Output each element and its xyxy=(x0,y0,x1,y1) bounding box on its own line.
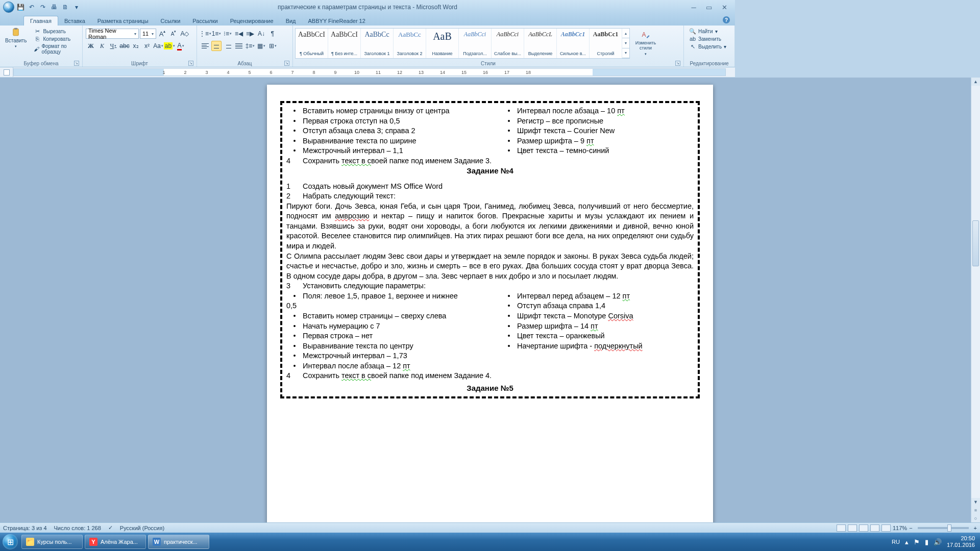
show-marks-button[interactable]: ¶ xyxy=(267,29,278,39)
change-styles-icon: A xyxy=(641,31,650,40)
group-clipboard-label: Буфер обмена xyxy=(24,61,59,66)
bullets-button[interactable]: ⋮≡ xyxy=(200,29,210,39)
qat-more-icon[interactable]: ▾ xyxy=(71,2,82,12)
grow-font-button[interactable]: A▴ xyxy=(157,29,167,39)
ruler-toggle[interactable] xyxy=(0,67,13,77)
style-no-spacing[interactable]: AaBbCcI¶ Без инте... xyxy=(328,29,361,58)
list-item: Первая строка отступ на 0,5 xyxy=(286,116,501,127)
tab-review[interactable]: Рецензирование xyxy=(224,16,280,26)
style-heading2[interactable]: AaBbCcЗаголовок 2 xyxy=(394,29,426,58)
subscript-button[interactable]: x₂ xyxy=(131,41,141,51)
style-normal[interactable]: AaBbCcI¶ Обычный xyxy=(296,29,328,58)
style-title[interactable]: AaBНазвание xyxy=(426,29,459,58)
style-subtitle[interactable]: AaBbCciПодзагол... xyxy=(459,29,492,58)
list-item: Начертание шрифта - подчеркнутый xyxy=(501,341,694,352)
indent-dec-button[interactable]: ≡◀ xyxy=(234,29,244,39)
multilevel-button[interactable]: ⁝≡ xyxy=(223,29,233,39)
superscript-button[interactable]: x² xyxy=(142,41,152,51)
paste-button[interactable]: Вставить ▾ xyxy=(2,27,30,49)
undo-icon[interactable]: ↶ xyxy=(27,2,37,12)
underline-button[interactable]: Ч xyxy=(108,41,118,51)
clipboard-launcher[interactable]: ↘ xyxy=(74,61,79,66)
quick-print-icon[interactable]: 🖶 xyxy=(49,2,59,12)
tab-page-layout[interactable]: Разметка страницы xyxy=(91,16,155,26)
help-icon[interactable]: ? xyxy=(723,16,730,23)
list-item: Регистр – все прописные xyxy=(501,116,694,127)
group-font-label: Шрифт xyxy=(131,61,148,66)
tab-references[interactable]: Ссылки xyxy=(155,16,187,26)
shrink-font-button[interactable]: A▾ xyxy=(168,29,179,39)
list-item: Интервал перед абзацем – 12 пт xyxy=(501,291,694,302)
style-intense[interactable]: AaBbCc1Сильное в... xyxy=(557,29,590,58)
sort-button[interactable]: A↓ xyxy=(256,29,266,39)
align-justify-button[interactable] xyxy=(234,41,244,51)
find-button[interactable]: 🔍Найти ▾ xyxy=(688,28,727,35)
font-name-combo[interactable]: Times New Roman▾ xyxy=(86,29,139,39)
line-spacing-button[interactable]: ‡≡ xyxy=(245,41,255,51)
list-item: Отступ абзаца справа 1,4 xyxy=(501,301,694,311)
tab-mailings[interactable]: Рассылки xyxy=(186,16,224,26)
minimize-button[interactable]: ─ xyxy=(688,3,699,11)
change-styles-button[interactable]: A Изменить стили▾ xyxy=(631,30,660,57)
replace-button[interactable]: abЗаменить xyxy=(688,35,727,42)
tab-view[interactable]: Вид xyxy=(280,16,302,26)
tab-abbyy[interactable]: ABBYY FineReader 12 xyxy=(302,16,372,26)
style-heading1[interactable]: AaBbCcЗаголовок 1 xyxy=(361,29,394,58)
maximize-button[interactable]: ▭ xyxy=(703,3,715,11)
align-center-button[interactable] xyxy=(211,41,222,51)
font-launcher[interactable]: ↘ xyxy=(188,61,193,66)
paragraph-launcher[interactable]: ↘ xyxy=(284,61,289,66)
change-case-button[interactable]: Aa xyxy=(153,41,163,51)
italic-button[interactable]: К xyxy=(97,41,107,51)
ruler-ticks: 123456789101112131415161718 xyxy=(14,69,725,76)
ruler-area: 123456789101112131415161718 xyxy=(0,67,735,78)
bold-button[interactable]: Ж xyxy=(86,41,96,51)
styles-launcher[interactable]: ↘ xyxy=(675,61,680,66)
list-item: Межстрочный интервал – 1,73 xyxy=(286,351,501,361)
list-item: Поля: левое 1,5, правое 1, верхнее и ниж… xyxy=(286,291,501,302)
styles-scroll[interactable]: ▴▾▾ xyxy=(622,29,629,58)
list-item: Межстрочный интервал – 1,1 xyxy=(286,146,501,156)
align-left-button[interactable] xyxy=(200,41,210,51)
list-item: Первая строка – нет xyxy=(286,331,501,341)
list-item: Вставить номер страницы внизу от центра xyxy=(286,106,501,116)
horizontal-ruler[interactable]: 123456789101112131415161718 xyxy=(13,68,726,76)
cut-button[interactable]: ✂Вырезать xyxy=(33,28,78,35)
align-right-button[interactable] xyxy=(223,41,233,51)
redo-icon[interactable]: ↷ xyxy=(38,2,48,12)
close-button[interactable]: ✕ xyxy=(719,3,730,11)
highlight-button[interactable]: ab xyxy=(164,41,175,51)
text-frame[interactable]: Вставить номер страницы внизу от центра … xyxy=(280,101,700,398)
tab-insert[interactable]: Вставка xyxy=(58,16,91,26)
clear-format-button[interactable]: A◇ xyxy=(180,29,190,39)
tab-home[interactable]: Главная xyxy=(23,16,58,26)
list-item: Интервал после абзаца – 10 пт xyxy=(501,106,694,116)
copy-icon: ⎘ xyxy=(34,36,41,42)
indent-inc-button[interactable]: ≡▶ xyxy=(245,29,255,39)
group-styles-label: Стили xyxy=(481,61,496,66)
list-item: Размер шрифта – 9 пт xyxy=(501,136,694,146)
save-icon[interactable]: 💾 xyxy=(15,2,26,12)
heading-task5: Задание №5 xyxy=(286,383,694,393)
style-subtle-emph[interactable]: AaBbCciСлабое вы... xyxy=(492,29,524,58)
styles-gallery[interactable]: AaBbCcI¶ Обычный AaBbCcI¶ Без инте... Aa… xyxy=(295,28,630,59)
svg-text:A: A xyxy=(642,31,646,38)
font-size-combo[interactable]: 11▾ xyxy=(140,29,156,39)
list-item: 1Создать новый документ MS Office Word xyxy=(286,182,694,192)
shading-button[interactable]: ▦ xyxy=(256,41,266,51)
style-strong[interactable]: AaBbCc1Строгий xyxy=(590,29,622,58)
document-area[interactable]: Вставить номер страницы внизу от центра … xyxy=(0,78,735,416)
select-button[interactable]: ↖Выделить ▾ xyxy=(688,43,727,50)
format-painter-button[interactable]: 🖌Формат по образцу xyxy=(33,43,78,55)
borders-button[interactable]: ⊞ xyxy=(267,41,278,51)
office-button[interactable] xyxy=(3,2,14,13)
svg-rect-0 xyxy=(13,29,19,36)
strike-button[interactable]: abc xyxy=(119,41,130,51)
font-color-button[interactable]: A xyxy=(176,41,186,51)
copy-button[interactable]: ⎘Копировать xyxy=(33,35,78,42)
numbering-button[interactable]: 1≡ xyxy=(211,29,222,39)
style-emph[interactable]: AaBbCcLВыделение xyxy=(524,29,557,58)
list-item: Размер шрифта – 14 пт xyxy=(501,321,694,332)
find-icon: 🔍 xyxy=(689,28,696,34)
print-preview-icon[interactable]: 🗎 xyxy=(60,2,70,12)
